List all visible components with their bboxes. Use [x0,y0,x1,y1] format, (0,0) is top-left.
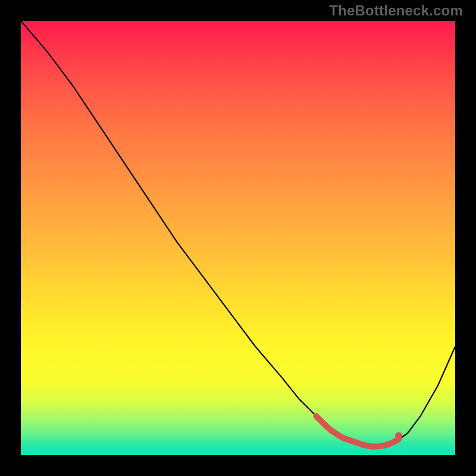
highlight-end-dot [395,432,402,439]
curve-layer [21,21,455,455]
plot-area [21,21,455,455]
bottleneck-curve [21,21,455,446]
watermark-text: TheBottleneck.com [329,2,463,19]
chart-container: TheBottleneck.com [0,0,476,476]
optimal-range-highlight [316,416,399,446]
